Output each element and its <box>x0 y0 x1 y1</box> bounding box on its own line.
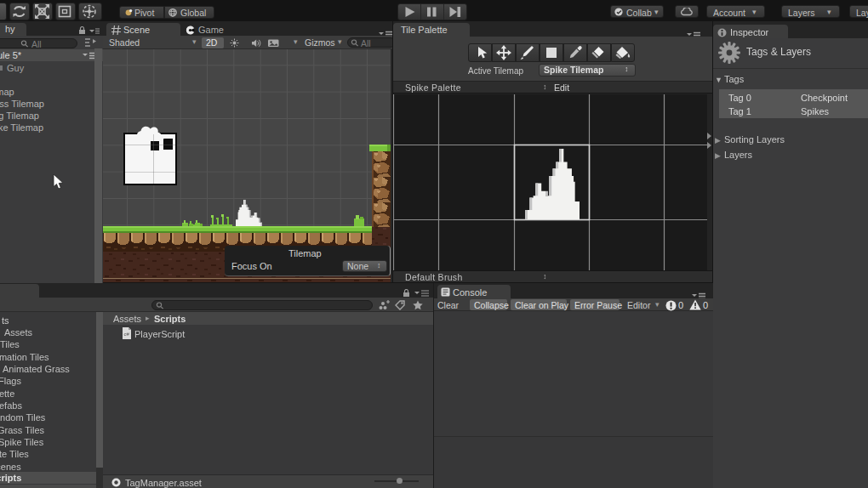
svg-text:c#: c# <box>124 332 130 337</box>
